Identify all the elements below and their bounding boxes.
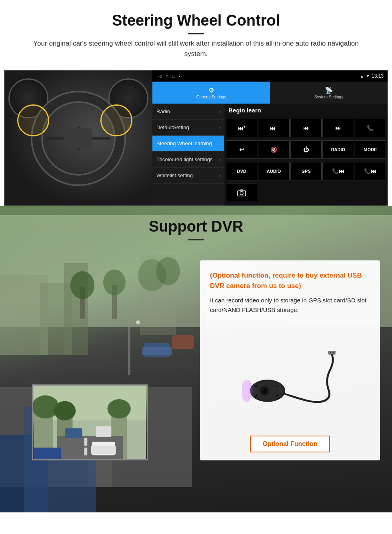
ctrl-radio[interactable]: RADIO xyxy=(322,140,354,159)
svg-point-53 xyxy=(255,384,258,388)
nav-icons: ◁ ○ □ ▪ xyxy=(156,74,358,79)
ctrl-next[interactable]: ⏭ xyxy=(322,119,354,137)
svg-rect-58 xyxy=(280,390,282,392)
begin-learn-button[interactable]: Begin learn xyxy=(228,107,261,114)
steering-bg: ➜ xyxy=(4,70,152,206)
dvr-divider xyxy=(188,239,204,240)
tab-system-settings[interactable]: 📡 System Settings xyxy=(270,82,388,104)
dvr-title-area: Support DVR xyxy=(0,206,392,248)
ctrl-dvd[interactable]: DVD xyxy=(226,162,257,180)
svg-point-34 xyxy=(108,399,131,418)
steering-wheel-section: Steering Wheel Control Your original car… xyxy=(0,0,392,206)
home-icon: ○ xyxy=(166,74,168,79)
dvr-camera-svg xyxy=(242,340,338,412)
sw-hub xyxy=(64,128,92,148)
svg-rect-39 xyxy=(96,426,112,437)
mode-label: MODE xyxy=(364,147,377,152)
settings-icon: ⚙ xyxy=(208,86,214,94)
call-prev-icon: 📞⏮ xyxy=(332,168,344,174)
optional-function-button[interactable]: Optional Function xyxy=(250,436,330,452)
menu-item-tricoloured[interactable]: Tricoloured light settings › xyxy=(152,152,224,168)
ctrl-mute[interactable]: 🔇 xyxy=(258,140,289,159)
dvr-section: Support DVR xyxy=(0,206,392,512)
menu-item-whitelist[interactable]: Whitelist setting › xyxy=(152,168,224,184)
status-bar: ◁ ○ □ ▪ ▲ ▼ 13:13 xyxy=(152,70,388,82)
vol-down-icon: ⏮− xyxy=(270,125,278,132)
screenshot-icon: ▪ xyxy=(179,74,180,79)
svg-rect-37 xyxy=(84,448,87,455)
menu-item-default[interactable]: DefaultSetting › xyxy=(152,120,224,136)
power-icon: ⏻ xyxy=(303,146,309,153)
svg-point-32 xyxy=(54,401,76,420)
menu-default-label: DefaultSetting xyxy=(156,124,189,130)
menu-radio-label: Radio xyxy=(156,108,170,114)
svg-rect-41 xyxy=(91,446,116,454)
dvr-inset-view xyxy=(32,384,148,460)
ctrl-camera[interactable] xyxy=(226,184,257,202)
tab-general-label: General Settings xyxy=(196,95,226,99)
dvr-optional-text: (Optional function, require to buy exter… xyxy=(210,270,370,291)
system-icon: 📡 xyxy=(325,86,333,94)
section1-subtitle: Your original car's steering wheel contr… xyxy=(32,38,360,59)
chevron-icon-steering: › xyxy=(218,141,220,146)
ctrl-power[interactable]: ⏻ xyxy=(290,140,322,159)
svg-point-56 xyxy=(276,394,279,397)
recents-icon: □ xyxy=(172,74,175,79)
ctrl-call-prev[interactable]: 📞⏮ xyxy=(322,162,354,180)
dvr-camera-image xyxy=(210,323,370,430)
svg-rect-45 xyxy=(330,352,331,353)
steering-photo: ➜ xyxy=(4,70,152,206)
ctrl-gps[interactable]: GPS xyxy=(290,162,322,180)
section1-title-area: Steering Wheel Control Your original car… xyxy=(0,0,392,63)
dvr-left-panel xyxy=(0,248,192,512)
android-content: Radio › DefaultSetting › Steering Wheel … xyxy=(152,104,388,206)
ctrl-hangup[interactable]: ↩ xyxy=(226,140,257,159)
dvd-label: DVD xyxy=(237,169,246,174)
inset-scene-svg xyxy=(33,386,147,459)
svg-point-52 xyxy=(262,389,264,390)
ctrl-grid-row2: ↩ 🔇 ⏻ RADIO MODE xyxy=(224,139,388,160)
ctrl-vol-up[interactable]: ⏮+ xyxy=(226,119,257,137)
dvr-body: (Optional function, require to buy exter… xyxy=(0,248,392,512)
menu-tricoloured-label: Tricoloured light settings xyxy=(156,156,212,162)
wifi-signal-icon: ▲ xyxy=(360,74,364,78)
ctrl-audio[interactable]: AUDIO xyxy=(258,162,289,180)
ctrl-mode[interactable]: MODE xyxy=(355,140,386,159)
sw-highlight-left xyxy=(17,104,49,136)
tab-system-label: System Settings xyxy=(314,95,343,99)
menu-item-steering[interactable]: Steering Wheel learning › xyxy=(152,136,224,152)
back-icon: ◁ xyxy=(158,74,162,79)
ctrl-call[interactable]: 📞 xyxy=(355,119,386,137)
mute-icon: 🔇 xyxy=(270,146,277,153)
dvr-title: Support DVR xyxy=(0,218,392,235)
vol-up-icon: ⏮+ xyxy=(238,125,246,132)
chevron-icon-tricoloured: › xyxy=(218,157,220,162)
svg-point-54 xyxy=(255,394,258,397)
dvr-description: It can record video only to storage in G… xyxy=(210,296,370,315)
ctrl-vol-down[interactable]: ⏮− xyxy=(258,119,289,137)
menu-steering-label: Steering Wheel learning xyxy=(156,140,212,146)
ctrl-prev[interactable]: ⏮ xyxy=(290,119,322,137)
android-tabs[interactable]: ⚙ General Settings 📡 System Settings xyxy=(152,82,388,104)
controls-panel: Begin learn ⏮+ ⏮− ⏮ xyxy=(224,104,388,206)
menu-list: Radio › DefaultSetting › Steering Wheel … xyxy=(152,104,224,206)
tab-general-settings[interactable]: ⚙ General Settings xyxy=(152,82,270,104)
dvr-info-card: (Optional function, require to buy exter… xyxy=(200,260,380,460)
svg-rect-36 xyxy=(84,438,87,446)
svg-rect-42 xyxy=(34,448,61,459)
chevron-icon-radio: › xyxy=(218,109,220,114)
chevron-icon-whitelist: › xyxy=(218,173,220,178)
svg-point-55 xyxy=(276,384,279,388)
menu-whitelist-label: Whitelist setting xyxy=(156,172,193,178)
ctrl-call-next[interactable]: 📞⏭ xyxy=(355,162,386,180)
clock: 13:13 xyxy=(372,73,384,79)
camera-ctrl-icon xyxy=(237,189,246,197)
svg-point-51 xyxy=(262,388,267,393)
menu-item-radio[interactable]: Radio › xyxy=(152,104,224,120)
ctrl-grid-row1: ⏮+ ⏮− ⏮ ⏭ 📞 xyxy=(224,117,388,139)
hangup-icon: ↩ xyxy=(239,146,244,153)
gps-label: GPS xyxy=(301,169,310,174)
svg-point-1 xyxy=(240,192,243,195)
wifi-icon: ▼ xyxy=(366,74,370,78)
ctrl-grid-row4 xyxy=(224,182,388,204)
